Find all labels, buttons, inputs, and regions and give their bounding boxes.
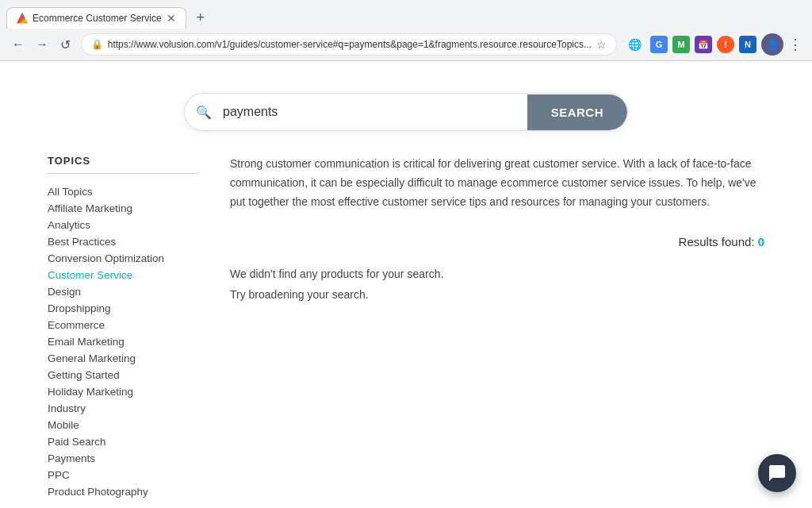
topic-affiliate-marketing[interactable]: Affiliate Marketing [48, 200, 198, 217]
search-box: 🔍 SEARCH [184, 93, 628, 131]
results-count: 0 [758, 235, 764, 248]
content-area: Strong customer communication is critica… [230, 155, 764, 500]
topic-getting-started[interactable]: Getting Started [48, 367, 198, 383]
topic-product-photography[interactable]: Product Photography [48, 483, 198, 500]
topics-list: All Topics Affiliate Marketing Analytics… [48, 183, 198, 500]
search-section: 🔍 SEARCH [0, 61, 812, 155]
topic-best-practices[interactable]: Best Practices [48, 233, 198, 250]
profile-icon[interactable]: 👤 [761, 33, 783, 56]
back-button[interactable]: ← [10, 33, 27, 56]
page-content: 🔍 SEARCH TOPICS All Topics Affiliate Mar… [0, 61, 812, 506]
topic-industry[interactable]: Industry [48, 400, 198, 417]
results-line: Results found: 0 [230, 235, 764, 248]
no-results-message: We didn't find any products for your sea… [230, 264, 764, 304]
chat-icon [768, 464, 787, 483]
tab-close-button[interactable]: ✕ [167, 13, 176, 24]
main-layout: TOPICS All Topics Affiliate Marketing An… [0, 155, 812, 500]
tab-bar: Ecommerce Customer Service ✕ + [0, 0, 812, 29]
new-tab-button[interactable]: + [190, 6, 212, 29]
search-icon: 🔍 [185, 105, 223, 120]
tab-favicon [17, 13, 28, 24]
address-bar: ← → ↺ 🔒 https://www.volusion.com/v1/guid… [0, 29, 812, 60]
lock-icon: 🔒 [91, 39, 103, 50]
no-results-line1: We didn't find any products for your sea… [230, 264, 764, 284]
url-text: https://www.volusion.com/v1/guides/custo… [108, 39, 592, 50]
search-button[interactable]: SEARCH [527, 94, 627, 130]
chat-bubble[interactable] [758, 454, 796, 492]
topics-divider [48, 173, 198, 174]
topic-dropshipping[interactable]: Dropshipping [48, 300, 198, 317]
topic-general-marketing[interactable]: General Marketing [48, 350, 198, 367]
ext-icon-2[interactable]: N [739, 36, 756, 53]
results-label: Results found: [679, 235, 755, 248]
topic-customer-service[interactable]: Customer Service [48, 267, 198, 283]
ext-meet-icon[interactable]: M [672, 36, 690, 53]
active-tab[interactable]: Ecommerce Customer Service ✕ [6, 7, 186, 29]
no-results-line2: Try broadening your search. [230, 285, 764, 305]
menu-dots[interactable]: ⋮ [788, 36, 802, 53]
topic-conversion-optimization[interactable]: Conversion Optimization [48, 250, 198, 267]
url-bar[interactable]: 🔒 https://www.volusion.com/v1/guides/cus… [81, 33, 617, 56]
bookmark-icon[interactable]: ☆ [596, 38, 607, 51]
topic-payments[interactable]: Payments [48, 450, 198, 467]
search-input[interactable] [223, 94, 527, 130]
topic-analytics[interactable]: Analytics [48, 217, 198, 233]
topics-title: TOPICS [48, 155, 198, 167]
ext-google-icon[interactable]: G [650, 36, 668, 53]
topic-ppc[interactable]: PPC [48, 467, 198, 483]
ext-calendar-icon[interactable]: 📅 [695, 36, 712, 53]
description-text: Strong customer communication is critica… [230, 155, 764, 211]
topic-email-marketing[interactable]: Email Marketing [48, 333, 198, 350]
translate-icon[interactable]: 🌐 [623, 33, 645, 56]
browser-chrome: Ecommerce Customer Service ✕ + ← → ↺ 🔒 h… [0, 0, 812, 61]
ext-icon-1[interactable]: ! [717, 36, 734, 53]
toolbar-icons: 🌐 G M 📅 ! N 👤 ⋮ [623, 33, 802, 56]
sidebar: TOPICS All Topics Affiliate Marketing An… [48, 155, 198, 500]
topic-paid-search[interactable]: Paid Search [48, 433, 198, 450]
refresh-button[interactable]: ↺ [57, 33, 75, 56]
topic-all-topics[interactable]: All Topics [48, 183, 198, 200]
topic-design[interactable]: Design [48, 283, 198, 300]
topic-holiday-marketing[interactable]: Holiday Marketing [48, 383, 198, 400]
forward-button[interactable]: → [33, 33, 51, 56]
topic-ecommerce[interactable]: Ecommerce [48, 317, 198, 333]
topic-mobile[interactable]: Mobile [48, 417, 198, 433]
tab-title: Ecommerce Customer Service [33, 13, 162, 24]
